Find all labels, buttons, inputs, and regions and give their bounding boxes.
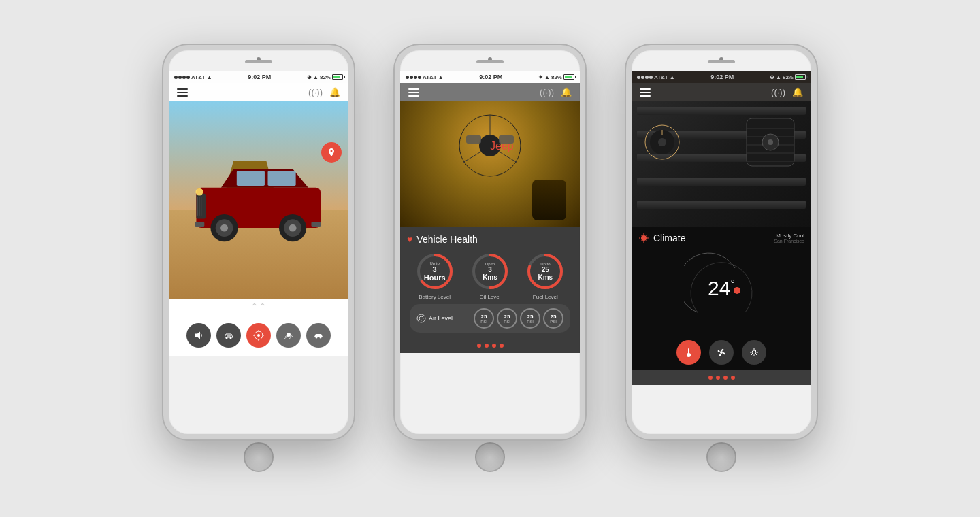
svg-line-61 — [640, 235, 642, 236]
map-icon — [326, 147, 337, 158]
svg-point-67 — [687, 353, 691, 357]
phone3-status-left: AT&T ▲ — [637, 74, 675, 80]
phone3-side-left-top — [626, 118, 627, 135]
menu-button-2[interactable] — [408, 88, 419, 97]
signal-nav-icon-2[interactable]: ((·)) — [540, 87, 554, 97]
menu-button-3[interactable] — [640, 88, 651, 97]
tire-gauges: 25 PSI 25 PSI 25 PSI — [457, 308, 564, 329]
climate-section: Climate Mostly Cool San Francisco — [632, 227, 811, 335]
air-level-label: Air Level — [429, 315, 453, 322]
phone3-side-right — [815, 132, 817, 166]
weather-location: San Francisco — [774, 239, 804, 244]
phone1-status-right: ⊕ ▲ 82% — [307, 74, 343, 80]
tire2-unit: PSI — [504, 320, 510, 324]
tire-gauge-3: 25 PSI — [520, 308, 540, 329]
ac-vent-svg — [743, 115, 798, 169]
svg-point-20 — [257, 334, 260, 337]
climate-content: 24° — [638, 248, 804, 329]
svg-line-62 — [647, 241, 648, 242]
phone3-screen: AT&T ▲ 9:02 PM ⊕ ▲ 82% — [632, 71, 811, 434]
wifi-icon-2: ▲ — [438, 74, 444, 80]
climate-controls — [632, 335, 811, 370]
fuel-value: 25Kms — [538, 266, 553, 281]
phone2-side-left-top — [395, 118, 396, 135]
phone2-side-right — [584, 132, 585, 166]
engine-icon — [252, 329, 265, 341]
phone1-nav-bar: ((·)) 🔔 — [169, 83, 348, 101]
signal-nav-icon[interactable]: ((·)) — [308, 87, 323, 97]
fuel-gauge-circle: Up to 25Kms — [525, 252, 565, 291]
bluetooth-icon: ✦ — [538, 74, 543, 80]
phone3-page-dots — [632, 370, 811, 385]
svg-line-63 — [647, 235, 648, 236]
fan-button[interactable] — [709, 340, 734, 365]
thermostat-arc: 24° — [684, 251, 759, 326]
location-icon: ⊕ — [307, 74, 312, 80]
phone1-status-bar: AT&T ▲ 9:02 PM ⊕ ▲ 82% — [169, 71, 348, 83]
engine-start-button[interactable] — [246, 323, 271, 348]
gauges-row: Up to 3Hours Battery Level — [407, 252, 573, 300]
signal-strength-icon: ▲ — [313, 74, 318, 80]
tire4-value: 25 — [551, 314, 557, 320]
svg-rect-15 — [312, 222, 321, 227]
svg-point-27 — [320, 337, 322, 339]
phone2-side-left-bot — [395, 176, 396, 200]
phone3-nav-bar: ((·)) 🔔 — [632, 83, 811, 101]
phone1-wrapper: AT&T ▲ 9:02 PM ⊕ ▲ 82% — [163, 45, 354, 472]
tire-gauge-4: 25 PSI — [543, 308, 564, 329]
bell-icon-2[interactable]: 🔔 — [561, 87, 572, 97]
heart-icon: ♥ — [407, 234, 412, 245]
phone3-status-bar: AT&T ▲ 9:02 PM ⊕ ▲ 82% — [632, 71, 811, 83]
svg-rect-66 — [688, 348, 689, 354]
temp-number: 24 — [708, 277, 730, 299]
time-label-2: 9:02 PM — [479, 73, 502, 80]
svg-point-56 — [641, 235, 647, 241]
phone2-status-left: AT&T ▲ — [406, 74, 444, 80]
lights-button[interactable] — [276, 323, 301, 348]
phone1-home-button[interactable] — [244, 442, 274, 472]
dot-1 — [477, 344, 481, 348]
oil-gauge: Up to 3Kms Oil Level — [470, 252, 510, 300]
tire3-value: 25 — [527, 314, 534, 320]
degree-symbol: ° — [730, 278, 734, 290]
svg-point-54 — [658, 138, 666, 146]
phone2-home-button[interactable] — [475, 442, 505, 472]
tire1-value: 25 — [481, 314, 487, 320]
battery-icon — [332, 74, 343, 80]
bell-icon[interactable]: 🔔 — [329, 87, 340, 97]
tire-gauge-2: 25 PSI — [497, 308, 517, 329]
ac-settings-icon — [749, 347, 760, 358]
car-view-button[interactable] — [306, 323, 331, 348]
phone2-wrapper: AT&T ▲ 9:02 PM ✦ ▲ 82% — [395, 45, 585, 472]
oil-gauge-circle: Up to 3Kms — [470, 252, 510, 291]
phone1: AT&T ▲ 9:02 PM ⊕ ▲ 82% — [163, 45, 354, 439]
dot3-1 — [708, 376, 713, 380]
temperature-button[interactable] — [676, 340, 701, 365]
svg-rect-14 — [195, 222, 205, 227]
map-badge[interactable] — [321, 142, 342, 163]
phone1-side-left-top — [163, 118, 165, 135]
car-status-button[interactable] — [216, 323, 241, 348]
tire4-unit: PSI — [550, 320, 557, 324]
svg-point-7 — [196, 188, 203, 196]
vent-knob-svg — [642, 122, 683, 163]
battery-value: 3Hours — [424, 265, 446, 282]
svg-rect-35 — [499, 135, 514, 144]
phone1-side-right — [353, 132, 354, 166]
dot3-3 — [723, 376, 728, 380]
svg-rect-18 — [227, 335, 231, 337]
jeep-svg — [178, 141, 340, 259]
ac-settings-button[interactable] — [742, 340, 766, 365]
battery-gauge-circle: Up to 3Hours — [415, 252, 455, 291]
phones-container: AT&T ▲ 9:02 PM ⊕ ▲ 82% — [0, 31, 980, 486]
signal-icon-3 — [637, 76, 653, 79]
battery-label: Battery Level — [419, 294, 451, 300]
battery-icon-3 — [795, 74, 806, 80]
oil-gauge-text: Up to 3Kms — [483, 262, 497, 281]
volume-button[interactable] — [186, 323, 211, 348]
signal-nav-icon-3[interactable]: ((·)) — [771, 87, 785, 97]
bell-icon-3[interactable]: 🔔 — [792, 87, 803, 97]
menu-button[interactable] — [177, 88, 188, 97]
phone3-home-button[interactable] — [706, 442, 736, 472]
nav-icons-3: ((·)) 🔔 — [771, 87, 803, 97]
